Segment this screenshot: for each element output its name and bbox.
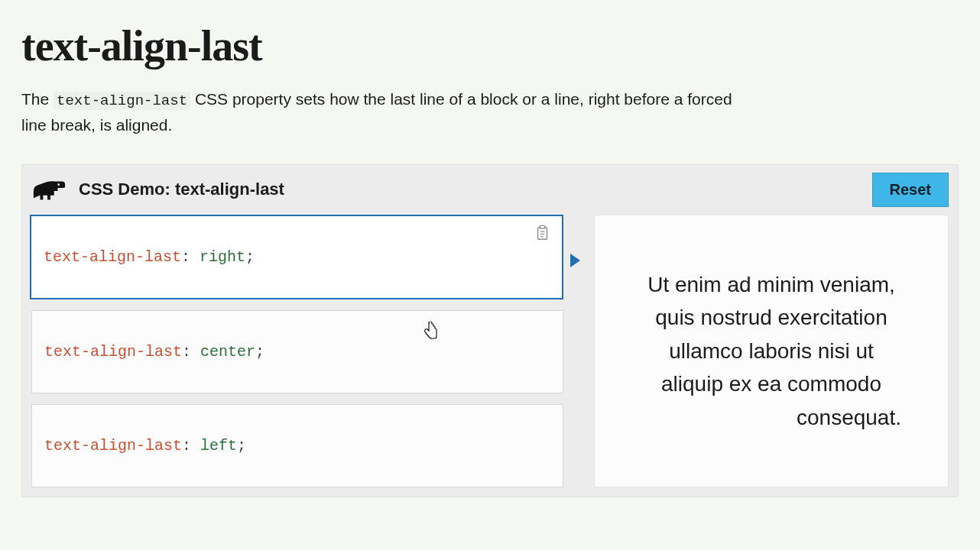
page-title: text-align-last — [21, 21, 959, 70]
code-colon: : — [182, 343, 200, 361]
preview-panel: Ut enim ad minim veniam, quis nostrud ex… — [594, 215, 949, 487]
code-colon: : — [181, 248, 200, 266]
code-property: text-align-last — [44, 437, 182, 455]
code-property: text-align-last — [44, 248, 181, 266]
code-value: center — [200, 343, 255, 361]
demo-container: CSS Demo: text-align-last Reset t — [21, 164, 959, 497]
svg-rect-0 — [58, 184, 60, 186]
demo-body: text-align-last: right; text-align-last:… — [22, 215, 958, 497]
demo-title: CSS Demo: text-align-last — [79, 180, 284, 199]
property-description: The text-align-last CSS property sets ho… — [21, 86, 732, 138]
reset-button[interactable]: Reset — [872, 173, 949, 207]
code-value: left — [200, 437, 237, 455]
code-value: right — [200, 248, 245, 266]
preview-text: Ut enim ad minim veniam, quis nostrud ex… — [641, 268, 901, 434]
option-card-right[interactable]: text-align-last: right; — [30, 215, 563, 299]
description-text-before: The — [21, 90, 54, 108]
play-arrow-icon — [570, 253, 582, 268]
code-property: text-align-last — [44, 343, 182, 361]
svg-rect-2 — [540, 225, 544, 228]
code-semicolon: ; — [255, 343, 264, 361]
code-semicolon: ; — [245, 248, 255, 266]
cursor-pointer-icon — [423, 322, 439, 340]
code-colon: : — [182, 437, 200, 455]
clipboard-icon[interactable] — [534, 224, 551, 242]
inline-code-property: text-align-last — [54, 92, 190, 110]
dino-logo-icon — [31, 176, 67, 203]
svg-rect-1 — [538, 228, 547, 240]
option-card-left[interactable]: text-align-last: left; — [31, 404, 563, 487]
options-column: text-align-last: right; text-align-last:… — [31, 215, 563, 487]
code-semicolon: ; — [237, 437, 246, 455]
demo-header: CSS Demo: text-align-last Reset — [22, 165, 958, 215]
option-card-center[interactable]: text-align-last: center; — [31, 310, 563, 393]
